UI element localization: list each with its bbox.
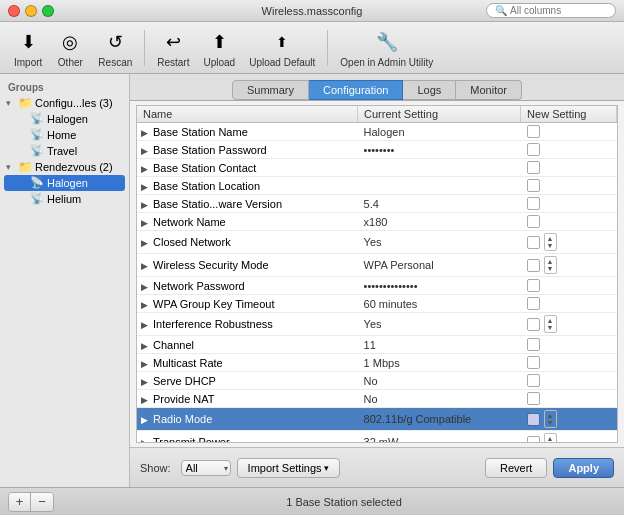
table-row[interactable]: ▶Base Station Password•••••••• [137,141,617,159]
main-area: Groups ▾📁Configu...les (3) 📡Halogen 📡Hom… [0,74,624,487]
row-checkbox[interactable] [527,436,540,444]
row-toggle-icon: ▶ [141,261,153,271]
row-stepper[interactable]: ▲▼ [544,410,557,428]
station-icon: 📡 [30,192,44,206]
row-name: Base Station Password [153,144,267,156]
open-admin-button[interactable]: 🔧 Open in Admin Utility [334,24,439,72]
other-button[interactable]: ◎ Other [50,24,90,72]
tab-summary[interactable]: Summary [232,80,309,100]
tab-monitor[interactable]: Monitor [456,80,522,100]
row-name: Base Statio...ware Version [153,198,282,210]
row-checkbox[interactable] [527,356,540,369]
apply-button[interactable]: Apply [553,458,614,478]
row-toggle-icon: ▶ [141,341,153,351]
import-icon: ⬇ [14,28,42,56]
titlebar-search-input[interactable] [510,5,607,16]
row-current-value: x180 [364,216,388,228]
row-checkbox[interactable] [527,179,540,192]
table-row[interactable]: ▶Multicast Rate1 Mbps [137,354,617,372]
tree-item-label: Rendezvous (2) [35,161,113,173]
tree-item-config[interactable]: ▾📁Configu...les (3) [4,95,125,111]
tree-item-rendezvous[interactable]: ▾📁Rendezvous (2) [4,159,125,175]
row-checkbox[interactable] [527,215,540,228]
row-toggle-icon: ▶ [141,395,153,405]
row-checkbox[interactable] [527,236,540,249]
maximize-button[interactable] [42,5,54,17]
row-checkbox[interactable] [527,125,540,138]
row-name-cell: ▶Base Station Name [137,123,358,141]
row-name-cell: ▶Base Statio...ware Version [137,195,358,213]
tree-item-halogen2[interactable]: 📡Halogen [4,175,125,191]
row-stepper[interactable]: ▲▼ [544,256,557,274]
table-row[interactable]: ▶Base Statio...ware Version5.4 [137,195,617,213]
upload-default-button[interactable]: ⬆ Upload Default [243,24,321,72]
col-current-header: Current Setting [358,106,521,123]
row-current-cell: 11 [358,336,521,354]
station-icon: 📡 [30,112,44,126]
table-row[interactable]: ▶Radio Mode802.11b/g Compatible▲▼ [137,408,617,431]
table-row[interactable]: ▶Provide NATNo [137,390,617,408]
table-row[interactable]: ▶Transmit Power32 mW▲▼ [137,431,617,444]
table-row[interactable]: ▶WPA Group Key Timeout60 minutes [137,295,617,313]
row-current-value: No [364,393,378,405]
row-name-cell: ▶Channel [137,336,358,354]
row-checkbox[interactable] [527,374,540,387]
table-row[interactable]: ▶Serve DHCPNo [137,372,617,390]
table-row[interactable]: ▶Network Namex180 [137,213,617,231]
row-current-cell: WPA Personal [358,254,521,277]
row-stepper[interactable]: ▲▼ [544,233,557,251]
row-checkbox[interactable] [527,143,540,156]
status-text: 1 Base Station selected [64,496,624,508]
row-current-value: 32 mW [364,436,399,443]
minimize-button[interactable] [25,5,37,17]
close-button[interactable] [8,5,20,17]
import-settings-button[interactable]: Import Settings ▾ [237,458,340,478]
table-row[interactable]: ▶Base Station NameHalogen [137,123,617,141]
row-stepper[interactable]: ▲▼ [544,433,557,443]
row-checkbox[interactable] [527,197,540,210]
row-current-cell: •••••••••••••• [358,277,521,295]
row-toggle-icon: ▶ [141,218,153,228]
rescan-button[interactable]: ↺ Rescan [92,24,138,72]
import-label: Import [14,57,42,68]
row-checkbox[interactable] [527,259,540,272]
tab-logs[interactable]: Logs [403,80,456,100]
row-name-cell: ▶Network Password [137,277,358,295]
row-stepper[interactable]: ▲▼ [544,315,557,333]
row-checkbox[interactable] [527,297,540,310]
table-row[interactable]: ▶Base Station Location [137,177,617,195]
table-row[interactable]: ▶Channel11 [137,336,617,354]
tree-item-label: Configu...les (3) [35,97,113,109]
table-row[interactable]: ▶Wireless Security ModeWPA Personal▲▼ [137,254,617,277]
tree-item-halogen1[interactable]: 📡Halogen [4,111,125,127]
row-checkbox[interactable] [527,413,540,426]
row-checkbox[interactable] [527,318,540,331]
tab-configuration[interactable]: Configuration [309,80,403,100]
restart-button[interactable]: ↩ Restart [151,24,195,72]
upload-button[interactable]: ⬆ Upload [197,24,241,72]
toolbar-separator [144,30,145,66]
row-checkbox[interactable] [527,338,540,351]
row-current-cell: 802.11b/g Compatible [358,408,521,431]
table-row[interactable]: ▶Closed NetworkYes▲▼ [137,231,617,254]
tree-item-travel[interactable]: 📡Travel [4,143,125,159]
revert-button[interactable]: Revert [485,458,547,478]
table-row[interactable]: ▶Base Station Contact [137,159,617,177]
tree-item-label: Travel [47,145,77,157]
row-checkbox[interactable] [527,279,540,292]
titlebar-search[interactable]: 🔍 [486,3,616,18]
import-button[interactable]: ⬇ Import [8,24,48,72]
row-checkbox[interactable] [527,161,540,174]
row-new-cell: ▲▼ [521,408,617,430]
table-row[interactable]: ▶Interference RobustnessYes▲▼ [137,313,617,336]
tab-bar: Summary Configuration Logs Monitor [130,74,624,101]
remove-button[interactable]: − [31,493,53,511]
upload-default-label: Upload Default [249,57,315,68]
tree-item-home[interactable]: 📡Home [4,127,125,143]
table-row[interactable]: ▶Network Password•••••••••••••• [137,277,617,295]
tree-item-helium[interactable]: 📡Helium [4,191,125,207]
show-select[interactable]: All Changed Unchecked [181,460,231,476]
add-button[interactable]: + [9,493,31,511]
row-checkbox[interactable] [527,392,540,405]
groups-label: Groups [4,80,125,95]
